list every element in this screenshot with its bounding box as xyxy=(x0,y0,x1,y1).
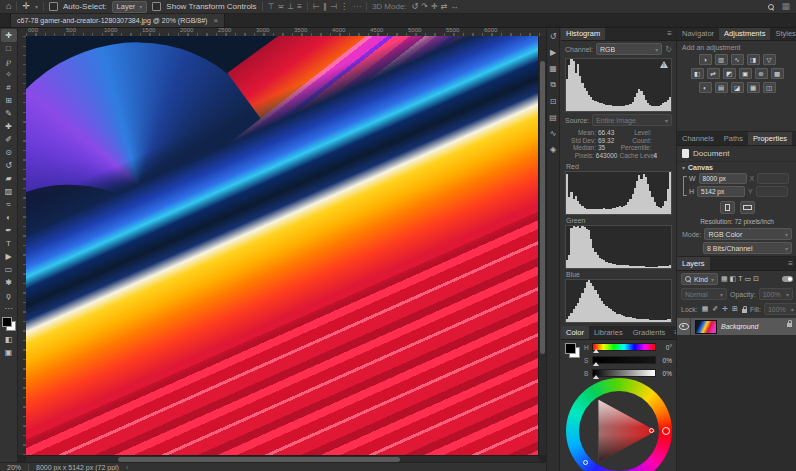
foreground-color-swatch[interactable] xyxy=(2,317,12,327)
align-right-edges-icon[interactable]: ⊣ xyxy=(330,2,337,11)
fill-field[interactable]: 100% ▾ xyxy=(764,303,796,315)
distribute-horizontal-icon[interactable]: ⋮ xyxy=(340,2,348,11)
layer-filter-kind-select[interactable]: Kind ▾ xyxy=(681,273,718,285)
move-tool[interactable]: ✛ xyxy=(1,29,17,42)
auto-select-target-dropdown[interactable]: Layer ▾ xyxy=(112,1,148,13)
slider-thumb[interactable] xyxy=(593,349,599,353)
home-icon[interactable]: ⌂ xyxy=(6,2,11,11)
tab-gradients[interactable]: Gradients xyxy=(628,326,671,339)
saturation-brightness-triangle[interactable] xyxy=(579,391,659,471)
channel-select[interactable]: RGB ▾ xyxy=(596,43,662,55)
dodge-tool[interactable]: ◐ xyxy=(1,211,17,224)
slider-thumb[interactable] xyxy=(593,375,599,379)
panel-menu-icon[interactable]: ≡ xyxy=(663,27,676,40)
height-field[interactable]: 5142 px xyxy=(697,186,745,197)
distribute-vertical-icon[interactable]: ≡ xyxy=(297,2,302,11)
color-balance-adjustment-icon[interactable]: ⇄ xyxy=(707,68,720,79)
black-and-white-adjustment-icon[interactable]: ◩ xyxy=(723,68,736,79)
path-selection-tool[interactable]: ▶ xyxy=(1,250,17,263)
levels-adjustment-icon[interactable]: ▥ xyxy=(715,54,728,65)
foreground-color-swatch[interactable] xyxy=(565,343,576,354)
shape-tool[interactable]: ▭ xyxy=(1,263,17,276)
actions-panel-icon[interactable]: ▶ xyxy=(550,48,556,57)
panel-menu-icon[interactable]: ≡ xyxy=(792,132,796,145)
quick-mask-mode[interactable]: ◧ xyxy=(1,333,17,346)
tab-layers[interactable]: Layers xyxy=(677,257,710,270)
orientation-portrait-button[interactable] xyxy=(720,201,735,214)
screen-mode[interactable]: ▣ xyxy=(1,346,17,359)
pen-tool[interactable]: ✒ xyxy=(1,224,17,237)
vibrance-adjustment-icon[interactable]: ▽ xyxy=(763,54,776,65)
link-dimensions-icon[interactable] xyxy=(683,176,687,196)
document-tab[interactable]: c67-78 gamer-and-creator-1280307384.jpg … xyxy=(10,14,225,27)
tab-adjustments[interactable]: Adjustments xyxy=(719,27,770,40)
object-selection-tool[interactable]: ✧ xyxy=(1,68,17,81)
history-brush-tool[interactable]: ↺ xyxy=(1,159,17,172)
lock-position-icon[interactable]: ✛ xyxy=(721,305,729,313)
info-panel-icon[interactable]: ▤ xyxy=(549,113,557,122)
history-panel-icon[interactable]: ↺ xyxy=(550,32,557,41)
move-tool-preset-chevron-icon[interactable]: ▾ xyxy=(35,3,38,10)
brush-tool[interactable]: ✐ xyxy=(1,133,17,146)
layer-row-background[interactable]: Background xyxy=(677,318,796,335)
tab-libraries[interactable]: Libraries xyxy=(589,326,628,339)
orientation-landscape-button[interactable] xyxy=(740,201,755,214)
lock-transparent-pixels-icon[interactable]: ▦ xyxy=(701,305,710,313)
tab-styles[interactable]: Styles xyxy=(770,27,796,40)
auto-select-checkbox[interactable] xyxy=(49,2,58,11)
hue-saturation-adjustment-icon[interactable]: ◧ xyxy=(691,68,704,79)
foreground-background-swatches[interactable] xyxy=(565,343,580,358)
blur-tool[interactable]: ≈ xyxy=(1,198,17,211)
clone-stamp-tool[interactable]: ⊙ xyxy=(1,146,17,159)
3d-roll-icon[interactable]: ↷ xyxy=(421,2,428,11)
width-field[interactable]: 8000 px xyxy=(699,173,747,184)
3d-scale-icon[interactable]: ↔ xyxy=(450,2,458,11)
layer-filter-toggle[interactable] xyxy=(782,276,793,282)
blend-mode-select[interactable]: Normal ▾ xyxy=(681,288,727,300)
zoom-tool[interactable]: ϙ xyxy=(1,289,17,302)
tab-navigator[interactable]: Navigator xyxy=(677,27,719,40)
align-bottom-edges-icon[interactable]: ⊥ xyxy=(287,2,294,11)
more-align-options-icon[interactable]: ⋯ xyxy=(353,2,361,11)
3d-pan-icon[interactable]: ✛ xyxy=(431,2,438,11)
align-vertical-centers-icon[interactable]: ≍ xyxy=(278,2,285,11)
type-tool[interactable]: T xyxy=(1,237,17,250)
notes-panel-icon[interactable]: ◈ xyxy=(550,145,556,154)
gradient-map-adjustment-icon[interactable]: ▦ xyxy=(747,82,760,93)
slider-track[interactable] xyxy=(592,369,656,377)
source-select[interactable]: Entire Image ▾ xyxy=(592,114,672,126)
layer-thumbnail[interactable] xyxy=(695,320,717,334)
tab-paths[interactable]: Paths xyxy=(719,132,748,145)
slider-track[interactable] xyxy=(592,343,656,351)
slider-track[interactable] xyxy=(592,356,656,364)
color-slider-s[interactable]: S0% xyxy=(584,356,672,364)
lock-artboard-icon[interactable]: ⊞ xyxy=(731,305,739,313)
tab-properties[interactable]: Properties xyxy=(748,132,792,145)
color-slider-b[interactable]: B0% xyxy=(584,369,672,377)
channel-mixer-adjustment-icon[interactable]: ⊛ xyxy=(755,68,768,79)
triangle-color-marker[interactable] xyxy=(649,428,654,433)
filter-adjustment-layers-icon[interactable]: ◧ xyxy=(729,275,738,283)
exposure-adjustment-icon[interactable]: ◨ xyxy=(747,54,760,65)
filter-smart-objects-icon[interactable]: ⊡ xyxy=(752,275,760,283)
layer-visibility-toggle[interactable] xyxy=(677,318,691,335)
photo-filter-adjustment-icon[interactable]: ▣ xyxy=(739,68,752,79)
marquee-tool[interactable]: □ xyxy=(1,42,17,55)
hue-ring-secondary-marker[interactable] xyxy=(583,460,588,465)
tab-histogram[interactable]: Histogram xyxy=(561,27,605,40)
tab-channels[interactable]: Channels xyxy=(677,132,719,145)
filter-shape-layers-icon[interactable]: ▭ xyxy=(744,275,753,283)
refresh-histogram-icon[interactable]: ↻ xyxy=(665,45,672,54)
hand-tool[interactable]: ✱ xyxy=(1,276,17,289)
vertical-scrollbar-thumb[interactable] xyxy=(540,61,545,354)
libraries-panel-icon[interactable]: ⧉ xyxy=(550,80,556,90)
workspace-switcher-icon[interactable]: ▦ xyxy=(781,2,790,11)
show-transform-controls-checkbox[interactable] xyxy=(152,2,161,11)
curves-adjustment-icon[interactable]: ∿ xyxy=(731,54,744,65)
section-collapse-icon[interactable]: ▾ xyxy=(682,164,685,171)
clone-source-panel-icon[interactable]: ⊡ xyxy=(550,97,557,106)
crop-tool[interactable]: # xyxy=(1,81,17,94)
align-horizontal-centers-icon[interactable]: ∥ xyxy=(323,2,327,11)
edit-toolbar[interactable]: ⋯ xyxy=(1,302,17,315)
document-canvas[interactable] xyxy=(26,36,539,455)
